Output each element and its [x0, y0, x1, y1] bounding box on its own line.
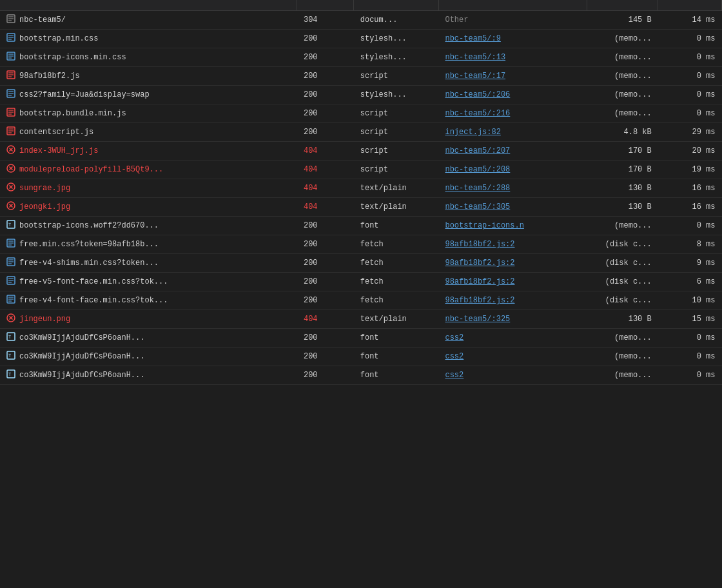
name-content: index-3WUH_jrj.js	[6, 145, 291, 157]
initiator-link[interactable]: 98afb18bf2.js:2	[445, 240, 514, 249]
initiator-link[interactable]: 98afb18bf2.js:2	[445, 259, 514, 268]
type-cell: script	[354, 67, 439, 86]
resource-name[interactable]: jingeun.png	[19, 315, 70, 324]
status-cell: 200	[297, 67, 354, 86]
type-cell: fetch	[354, 291, 439, 310]
initiator-link[interactable]: nbc-team5/:207	[445, 146, 510, 155]
initiator-cell[interactable]: nbc-team5/:216	[438, 104, 587, 123]
resource-name[interactable]: free-v4-font-face.min.css?tok...	[19, 296, 168, 305]
initiator-cell[interactable]: nbc-team5/:13	[438, 48, 587, 67]
size-cell: (memo...	[587, 217, 658, 235]
initiator-link[interactable]: bootstrap-icons.n	[445, 221, 523, 230]
resource-name[interactable]: index-3WUH_jrj.js	[19, 146, 98, 155]
initiator-cell[interactable]: nbc-team5/:208	[438, 161, 587, 179]
initiator-cell[interactable]: 98afb18bf2.js:2	[438, 291, 587, 310]
table-row: free-v4-font-face.min.css?tok...200fetch…	[0, 291, 722, 310]
css-icon	[6, 89, 15, 101]
header-name[interactable]	[0, 0, 297, 11]
resource-name[interactable]: bootstrap.bundle.min.js	[19, 109, 126, 118]
header-type[interactable]	[354, 0, 439, 11]
error-icon	[6, 313, 15, 325]
initiator-cell[interactable]: nbc-team5/:305	[438, 198, 587, 217]
table-row: contentscript.js200scriptinject.js:824.8…	[0, 123, 722, 142]
css-icon	[6, 33, 15, 44]
resource-name[interactable]: free-v5-font-face.min.css?tok...	[19, 277, 168, 286]
table-row: index-3WUH_jrj.js404scriptnbc-team5/:207…	[0, 142, 722, 161]
time-cell: 0 ms	[658, 329, 722, 348]
status-cell: 200	[297, 254, 354, 273]
resource-name[interactable]: bootstrap-icons.min.css	[19, 53, 126, 62]
initiator-link[interactable]: 98afb18bf2.js:2	[445, 277, 514, 286]
resource-name[interactable]: jeongki.jpg	[19, 202, 70, 211]
initiator-link[interactable]: nbc-team5/:305	[445, 202, 510, 211]
type-cell: fetch	[354, 254, 439, 273]
initiator-cell[interactable]: inject.js:82	[438, 123, 587, 142]
size-cell: 170 B	[587, 161, 658, 179]
initiator-link[interactable]: nbc-team5/:325	[445, 315, 510, 324]
initiator-link[interactable]: nbc-team5/:9	[445, 34, 500, 43]
resource-name[interactable]: bootstrap-icons.woff2?dd670...	[19, 221, 159, 230]
table-row: sungrae.jpg404text/plainnbc-team5/:28813…	[0, 179, 722, 198]
resource-name[interactable]: bootstrap.min.css	[19, 34, 98, 43]
name-cell: modulepreload-polyfill-B5Qt9...	[0, 161, 297, 179]
resource-name[interactable]: free.min.css?token=98afb18b...	[19, 240, 159, 249]
initiator-cell[interactable]: css2	[438, 329, 587, 348]
initiator-link[interactable]: nbc-team5/:208	[445, 165, 510, 174]
header-status[interactable]	[297, 0, 354, 11]
resource-name[interactable]: co3KmW9IjjAjduDfCsP6oanH...	[19, 333, 144, 342]
table-row: jingeun.png404text/plainnbc-team5/:32513…	[0, 310, 722, 329]
name-cell: jingeun.png	[0, 310, 297, 329]
name-cell: T co3KmW9IjjAjduDfCsP6oanH...	[0, 348, 297, 366]
initiator-cell[interactable]: bootstrap-icons.n	[438, 217, 587, 235]
error-icon	[6, 201, 15, 213]
initiator-cell[interactable]: nbc-team5/:9	[438, 30, 587, 48]
resource-name[interactable]: co3KmW9IjjAjduDfCsP6oanH...	[19, 352, 144, 361]
time-cell: 9 ms	[658, 254, 722, 273]
name-cell: contentscript.js	[0, 123, 297, 142]
initiator-link[interactable]: css2	[445, 352, 463, 361]
status-cell: 200	[297, 329, 354, 348]
initiator-link[interactable]: nbc-team5/:288	[445, 184, 510, 193]
svg-text:T: T	[8, 353, 12, 358]
initiator-cell[interactable]: css2	[438, 348, 587, 366]
name-content: T bootstrap-icons.woff2?dd670...	[6, 220, 291, 231]
table-row: free.min.css?token=98afb18b...200fetch98…	[0, 235, 722, 254]
initiator-cell[interactable]: nbc-team5/:288	[438, 179, 587, 198]
status-cell: 200	[297, 217, 354, 235]
initiator-cell[interactable]: nbc-team5/:207	[438, 142, 587, 161]
initiator-link[interactable]: 98afb18bf2.js:2	[445, 296, 514, 305]
initiator-link[interactable]: css2	[445, 333, 463, 342]
resource-name[interactable]: co3KmW9IjjAjduDfCsP6oanH...	[19, 371, 144, 380]
table-row: bootstrap.min.css200stylesh...nbc-team5/…	[0, 30, 722, 48]
initiator-cell[interactable]: nbc-team5/:325	[438, 310, 587, 329]
name-content: free.min.css?token=98afb18b...	[6, 239, 291, 250]
time-cell: 0 ms	[658, 348, 722, 366]
size-cell: (memo...	[587, 48, 658, 67]
initiator-link[interactable]: css2	[445, 371, 463, 380]
initiator-cell[interactable]: 98afb18bf2.js:2	[438, 235, 587, 254]
header-time[interactable]	[658, 0, 722, 11]
resource-name[interactable]: 98afb18bf2.js	[19, 72, 80, 81]
initiator-cell[interactable]: 98afb18bf2.js:2	[438, 254, 587, 273]
initiator-cell[interactable]: nbc-team5/:17	[438, 67, 587, 86]
initiator-cell[interactable]: css2	[438, 366, 587, 385]
name-cell: bootstrap-icons.min.css	[0, 48, 297, 67]
header-size[interactable]	[587, 0, 658, 11]
initiator-link[interactable]: nbc-team5/:17	[445, 72, 505, 81]
resource-name[interactable]: css2?family=Jua&display=swap	[19, 90, 150, 99]
type-cell: fetch	[354, 273, 439, 291]
initiator-link[interactable]: nbc-team5/:13	[445, 53, 505, 62]
initiator-cell[interactable]: 98afb18bf2.js:2	[438, 273, 587, 291]
initiator-link[interactable]: nbc-team5/:206	[445, 90, 510, 99]
initiator-link[interactable]: inject.js:82	[445, 128, 500, 137]
resource-name[interactable]: sungrae.jpg	[19, 184, 70, 193]
resource-name[interactable]: nbc-team5/	[19, 15, 66, 24]
status-cell: 404	[297, 179, 354, 198]
initiator-link[interactable]: nbc-team5/:216	[445, 109, 510, 118]
resource-name[interactable]: modulepreload-polyfill-B5Qt9...	[19, 165, 163, 174]
js-error-icon	[6, 70, 15, 82]
resource-name[interactable]: free-v4-shims.min.css?token...	[19, 259, 159, 268]
header-initiator[interactable]	[438, 0, 587, 11]
resource-name[interactable]: contentscript.js	[19, 128, 93, 137]
initiator-cell[interactable]: nbc-team5/:206	[438, 86, 587, 104]
